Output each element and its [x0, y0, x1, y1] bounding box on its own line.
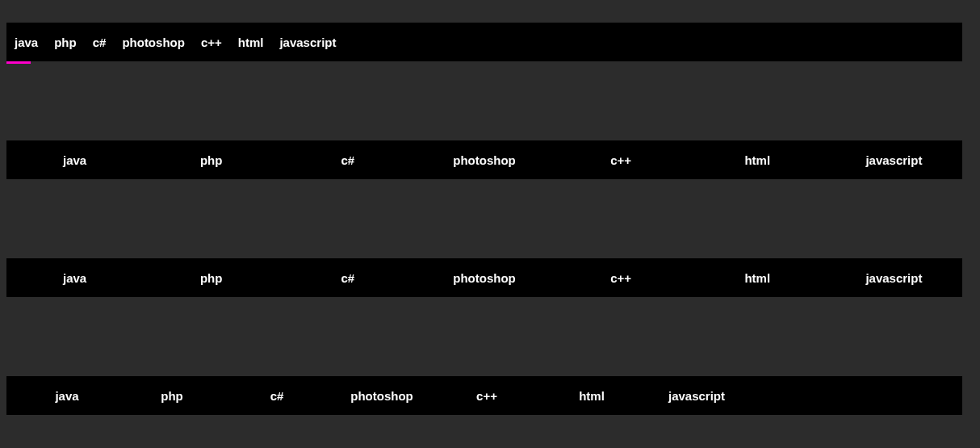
tab-html[interactable]: html [689, 258, 826, 297]
tab-csharp[interactable]: c# [85, 23, 115, 61]
tab-label: html [579, 389, 605, 403]
tab-csharp[interactable]: c# [279, 140, 416, 179]
tab-cpp[interactable]: c++ [193, 23, 230, 61]
tab-label: c++ [201, 36, 222, 49]
tab-java[interactable]: java [6, 140, 143, 179]
tab-label: photoshop [453, 271, 515, 285]
tab-label: java [55, 389, 78, 403]
tab-label: html [744, 271, 770, 285]
tab-javascript[interactable]: javascript [644, 376, 749, 415]
tab-javascript[interactable]: javascript [271, 23, 344, 61]
tab-label: c# [270, 389, 284, 403]
tab-label: java [63, 153, 86, 167]
tab-html[interactable]: html [230, 23, 272, 61]
tab-label: javascript [668, 389, 725, 403]
tab-java[interactable]: java [6, 23, 46, 61]
tab-csharp[interactable]: c# [279, 258, 416, 297]
tab-label: c# [93, 36, 107, 49]
tab-label: c++ [476, 389, 497, 403]
tab-html[interactable]: html [539, 376, 644, 415]
tab-photoshop[interactable]: photoshop [416, 258, 552, 297]
tab-php[interactable]: php [46, 23, 85, 61]
tab-label: javascript [865, 153, 922, 167]
tab-html[interactable]: html [689, 140, 826, 179]
tab-label: php [161, 389, 183, 403]
navbar-row-3: java php c# photoshop c++ html javascrip… [6, 258, 962, 297]
tab-label: html [744, 153, 770, 167]
navbar-row-1: java php c# photoshop c++ html javascrip… [6, 23, 962, 61]
tab-photoshop[interactable]: photoshop [114, 23, 192, 61]
tab-java[interactable]: java [6, 258, 143, 297]
tab-label: php [54, 36, 77, 49]
tab-cpp[interactable]: c++ [434, 376, 539, 415]
tab-javascript[interactable]: javascript [826, 140, 962, 179]
tab-csharp[interactable]: c# [224, 376, 329, 415]
tab-php[interactable]: php [143, 258, 279, 297]
tab-java[interactable]: java [15, 376, 119, 415]
tab-label: javascript [279, 36, 336, 49]
tab-label: php [200, 153, 223, 167]
tab-label: java [15, 36, 38, 49]
tab-photoshop[interactable]: photoshop [416, 140, 552, 179]
tab-label: html [238, 36, 264, 49]
tab-label: photoshop [122, 36, 184, 49]
navbar-row-4: java php c# photoshop c++ html javascrip… [6, 376, 962, 415]
tab-label: php [200, 271, 223, 285]
tab-label: c# [341, 153, 355, 167]
tab-cpp[interactable]: c++ [553, 258, 689, 297]
tab-label: java [63, 271, 86, 285]
active-tab-underline [6, 61, 31, 64]
tab-label: c++ [610, 271, 631, 285]
tab-photoshop[interactable]: photoshop [329, 376, 434, 415]
tab-cpp[interactable]: c++ [553, 140, 689, 179]
navbar-row-2: java php c# photoshop c++ html javascrip… [6, 140, 962, 179]
tab-label: photoshop [350, 389, 413, 403]
tab-label: c++ [610, 153, 631, 167]
tab-javascript[interactable]: javascript [826, 258, 962, 297]
tab-label: photoshop [453, 153, 515, 167]
tab-label: javascript [865, 271, 922, 285]
tab-label: c# [341, 271, 355, 285]
tab-php[interactable]: php [119, 376, 224, 415]
tab-php[interactable]: php [143, 140, 279, 179]
